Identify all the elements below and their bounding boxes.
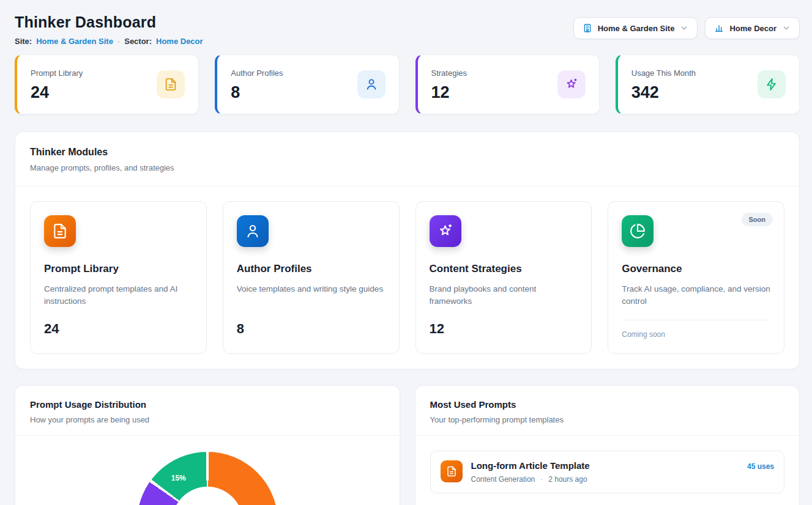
module-description: Centralized prompt templates and AI inst… [44, 283, 193, 309]
sector-selector-label: Home Decor [729, 24, 777, 33]
stat-value: 342 [631, 84, 696, 101]
module-count: 12 [430, 321, 578, 337]
stat-label: Author Profiles [231, 68, 283, 78]
module-card-prompt-library[interactable]: Prompt Library Centralized prompt templa… [30, 201, 207, 354]
chart-area: 15% [15, 436, 400, 505]
module-title: Governance [622, 263, 770, 275]
prompt-category: Content Generation [471, 475, 535, 484]
soon-badge: Soon [742, 213, 773, 226]
chevron-down-icon [680, 24, 688, 32]
stat-label: Usage This Month [631, 68, 696, 78]
module-title: Content Strategies [430, 263, 578, 275]
module-title: Prompt Library [44, 263, 193, 275]
modules-panel-subtitle: Manage prompts, profiles, and strategies [30, 163, 784, 172]
stats-row: Prompt Library 24 Author Profiles 8 Stra… [15, 54, 800, 114]
stat-value: 12 [431, 84, 467, 101]
modules-panel-title: Thinker Modules [30, 147, 784, 158]
prompts-card-title: Most Used Prompts [430, 399, 785, 410]
person-icon [237, 215, 269, 247]
usage-card-header: Prompt Usage Distribution How your promp… [15, 386, 400, 436]
module-count: 8 [237, 321, 386, 337]
title-block: Thinker Dashboard Site: Home & Garden Si… [15, 13, 203, 46]
dashboard-page: Thinker Dashboard Site: Home & Garden Si… [0, 0, 812, 505]
breadcrumb: Site: Home & Garden Site · Sector: Home … [15, 37, 203, 46]
prompt-uses-badge: 45 uses [747, 462, 774, 471]
separator-dot: · [540, 475, 543, 484]
prompt-title: Long-form Article Template [471, 460, 739, 471]
donut-chart: 15% [137, 452, 278, 505]
module-description: Track AI usage, compliance, and version … [622, 283, 770, 309]
stat-card-author-profiles: Author Profiles 8 [215, 54, 399, 114]
header-selectors: Home & Garden Site Home Decor [573, 17, 800, 39]
page-header: Thinker Dashboard Site: Home & Garden Si… [15, 13, 800, 46]
modules-panel-header: Thinker Modules Manage prompts, profiles… [15, 132, 799, 186]
sector-link[interactable]: Home Decor [156, 37, 203, 46]
most-used-prompts-card: Most Used Prompts Your top-performing pr… [415, 385, 800, 505]
stat-label: Prompt Library [31, 68, 83, 78]
sparkle-star-icon [430, 215, 461, 247]
prompt-list: Long-form Article Template Content Gener… [415, 436, 800, 505]
chevron-down-icon [782, 24, 791, 32]
prompt-time: 2 hours ago [548, 475, 587, 484]
module-description: Voice templates and writing style guides [237, 283, 386, 309]
pie-chart-icon [622, 215, 654, 247]
thinker-modules-panel: Thinker Modules Manage prompts, profiles… [15, 131, 800, 369]
prompt-meta: Content Generation · 2 hours ago [471, 475, 739, 484]
module-card-governance[interactable]: Soon Governance Track AI usage, complian… [608, 201, 784, 354]
bar-chart-icon [714, 23, 724, 33]
person-icon [357, 70, 386, 98]
site-label: Site: [15, 37, 32, 46]
document-icon [44, 215, 76, 247]
prompts-card-header: Most Used Prompts Your top-performing pr… [415, 386, 800, 436]
site-selector-label: Home & Garden Site [598, 24, 675, 33]
stat-card-strategies: Strategies 12 [415, 54, 600, 114]
divider [622, 320, 770, 320]
site-selector-dropdown[interactable]: Home & Garden Site [573, 17, 698, 39]
coming-soon-text: Coming soon [622, 330, 770, 339]
module-card-author-profiles[interactable]: Author Profiles Voice templates and writ… [223, 201, 400, 354]
stat-label: Strategies [431, 68, 467, 78]
page-title: Thinker Dashboard [15, 13, 203, 31]
sector-selector-dropdown[interactable]: Home Decor [705, 17, 800, 39]
donut-segment-label: 15% [171, 474, 186, 482]
building-icon [583, 23, 592, 33]
modules-grid: Prompt Library Centralized prompt templa… [15, 186, 799, 369]
lightning-icon [758, 70, 786, 98]
sector-label: Sector: [124, 37, 152, 46]
stat-value: 8 [231, 84, 283, 101]
prompt-list-item[interactable]: Long-form Article Template Content Gener… [430, 451, 785, 493]
bottom-row: Prompt Usage Distribution How your promp… [15, 385, 800, 505]
site-link[interactable]: Home & Garden Site [36, 37, 113, 46]
module-description: Brand playbooks and content frameworks [430, 283, 578, 309]
module-title: Author Profiles [237, 263, 386, 275]
sparkle-star-icon [557, 70, 586, 98]
usage-card-subtitle: How your prompts are being used [30, 415, 385, 424]
usage-card-title: Prompt Usage Distribution [30, 399, 385, 410]
document-icon [157, 70, 185, 98]
module-count: 24 [44, 321, 193, 337]
prompt-usage-card: Prompt Usage Distribution How your promp… [15, 385, 400, 505]
prompts-card-subtitle: Your top-performing prompt templates [430, 415, 785, 424]
stat-card-usage: Usage This Month 342 [616, 54, 800, 114]
module-card-content-strategies[interactable]: Content Strategies Brand playbooks and c… [415, 201, 592, 354]
stat-card-prompt-library: Prompt Library 24 [15, 54, 199, 114]
document-icon [441, 460, 463, 482]
stat-value: 24 [31, 84, 83, 101]
separator-dot: · [117, 37, 120, 46]
